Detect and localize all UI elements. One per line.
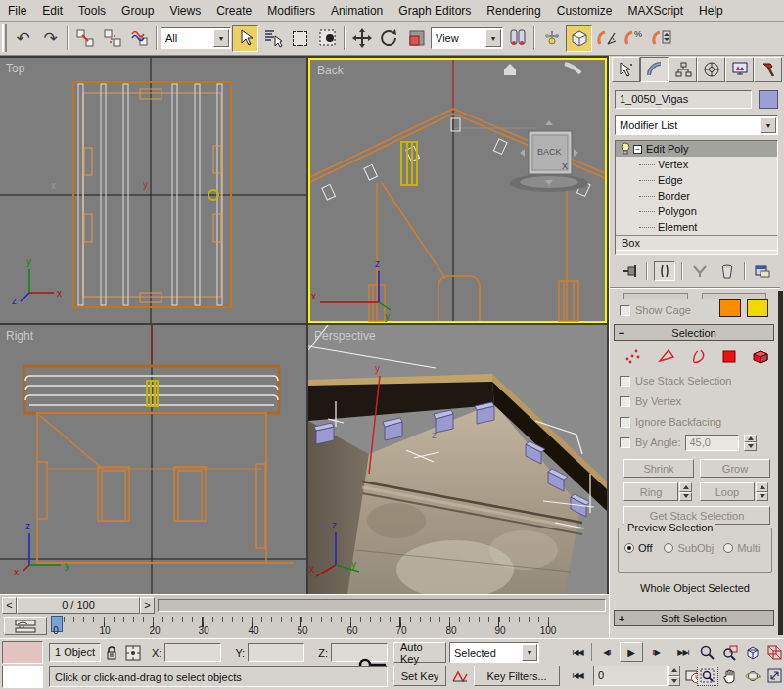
- viewcube-face-label[interactable]: BACK: [537, 147, 562, 157]
- go-to-end-button[interactable]: ▶▶I: [671, 642, 695, 662]
- remove-modifier-button[interactable]: [716, 261, 738, 281]
- select-object-button[interactable]: [232, 25, 258, 52]
- previous-frame-button[interactable]: ◀II: [595, 642, 619, 662]
- time-slider-prev-button[interactable]: <: [2, 597, 17, 614]
- cage-color-swatch-2[interactable]: [747, 299, 768, 317]
- viewport-right[interactable]: Right: [0, 325, 306, 594]
- frame-spinner[interactable]: [668, 666, 680, 686]
- tab-hierarchy[interactable]: [669, 57, 697, 82]
- element-mode-button[interactable]: [751, 347, 770, 365]
- current-frame-field[interactable]: 0: [593, 666, 668, 686]
- loop-button[interactable]: Loop: [700, 482, 755, 501]
- lightbulb-icon[interactable]: [620, 142, 631, 156]
- angle-snap-toggle-button[interactable]: [593, 25, 620, 52]
- viewport-back-active[interactable]: Back: [308, 58, 607, 323]
- preview-off-radio[interactable]: [624, 543, 634, 553]
- polygon-mode-button[interactable]: [720, 347, 738, 365]
- stack-item-box[interactable]: Box: [616, 235, 777, 251]
- menu-help[interactable]: Help: [691, 1, 731, 21]
- undo-button[interactable]: ↶: [10, 25, 36, 52]
- select-and-move-button[interactable]: [348, 25, 375, 52]
- use-pivot-point-center-button[interactable]: [504, 25, 530, 52]
- vertex-mode-button[interactable]: [623, 347, 643, 365]
- selection-rollout-header[interactable]: − Selection: [614, 324, 774, 341]
- zoom-all-button[interactable]: [719, 642, 741, 663]
- redo-button[interactable]: ↷: [37, 25, 64, 52]
- select-and-link-button[interactable]: [71, 25, 98, 52]
- tab-display[interactable]: [725, 57, 754, 82]
- y-coordinate-field[interactable]: [248, 643, 304, 662]
- region-zoom-button[interactable]: [697, 666, 718, 686]
- stack-item-border[interactable]: Border: [616, 188, 777, 204]
- viewport-back-label[interactable]: Back: [317, 64, 344, 77]
- by-angle-spinner[interactable]: [744, 435, 757, 451]
- viewport-top[interactable]: Top x y y x: [0, 58, 306, 323]
- percent-snap-toggle-button[interactable]: %: [621, 25, 647, 52]
- stack-item-element[interactable]: Element: [616, 219, 777, 235]
- menu-create[interactable]: Create: [208, 1, 259, 21]
- ring-spinner[interactable]: [679, 482, 692, 501]
- time-slider-next-button[interactable]: >: [140, 597, 155, 614]
- spinner-snap-toggle-button[interactable]: [648, 25, 674, 52]
- go-to-start-button[interactable]: I◀◀: [566, 642, 589, 662]
- border-mode-button[interactable]: [689, 347, 707, 365]
- snap-toggle-button[interactable]: [566, 25, 592, 52]
- tab-motion[interactable]: [697, 57, 725, 82]
- zoom-extents-all-button[interactable]: [764, 642, 784, 663]
- unlink-selection-button[interactable]: [99, 25, 125, 52]
- key-filters-button[interactable]: Key Filters...: [474, 666, 560, 686]
- menu-modifiers[interactable]: Modifiers: [259, 1, 323, 21]
- viewcube-home-icon[interactable]: [504, 64, 516, 75]
- next-frame-button[interactable]: II▶: [644, 642, 668, 662]
- use-stack-selection-checkbox[interactable]: [620, 376, 630, 387]
- pin-stack-button[interactable]: [619, 261, 640, 281]
- menu-graph-editors[interactable]: Graph Editors: [391, 1, 479, 21]
- grow-button[interactable]: Grow: [700, 459, 770, 478]
- perspective-viewport-canvas[interactable]: y z z x y: [308, 325, 607, 594]
- bind-to-space-warp-button[interactable]: [126, 25, 153, 52]
- set-key-button[interactable]: Set Key: [393, 666, 446, 686]
- menu-edit[interactable]: Edit: [34, 1, 70, 21]
- maxscript-listener-white[interactable]: [2, 666, 43, 688]
- maximize-viewport-toggle-button[interactable]: [764, 666, 784, 686]
- toolbar-drag-handle[interactable]: [2, 24, 7, 52]
- zoom-button[interactable]: [697, 642, 718, 663]
- rollout-scrollbar[interactable]: [778, 291, 783, 635]
- make-unique-button[interactable]: [689, 261, 711, 281]
- modifier-list-dropdown[interactable]: Modifier List ▼: [615, 115, 778, 135]
- absolute-offset-toggle[interactable]: [122, 642, 144, 663]
- x-coordinate-field[interactable]: [164, 643, 221, 662]
- menu-customize[interactable]: Customize: [549, 1, 621, 21]
- ring-button[interactable]: Ring: [623, 482, 678, 501]
- tab-create[interactable]: [612, 57, 640, 82]
- window-crossing-toggle-button[interactable]: [314, 25, 341, 52]
- by-angle-checkbox[interactable]: [620, 437, 630, 448]
- tab-utilities[interactable]: [754, 57, 782, 82]
- key-filter-dropdown[interactable]: Selected ▼: [449, 642, 539, 663]
- stack-item-edge[interactable]: Edge: [616, 172, 777, 188]
- top-viewport-canvas[interactable]: x y y x z: [0, 58, 306, 323]
- pan-button[interactable]: [719, 666, 741, 686]
- reference-coordinate-system-dropdown[interactable]: View ▼: [431, 27, 503, 49]
- maxscript-listener-pink[interactable]: [2, 641, 43, 664]
- menu-group[interactable]: Group: [114, 1, 161, 21]
- stack-item-polygon[interactable]: Polygon: [616, 204, 777, 219]
- select-and-rotate-button[interactable]: [376, 25, 402, 52]
- select-by-name-button[interactable]: [259, 25, 286, 52]
- object-name-field[interactable]: 1_0050_Vigas: [615, 90, 752, 109]
- zoom-extents-button[interactable]: [742, 642, 763, 663]
- menu-rendering[interactable]: Rendering: [479, 1, 548, 21]
- tab-modify[interactable]: [640, 57, 669, 82]
- shrink-button[interactable]: Shrink: [623, 459, 694, 478]
- back-viewport-canvas[interactable]: BACK X z x y: [308, 58, 607, 323]
- new-key-default-in-out-button[interactable]: [449, 666, 471, 686]
- menu-file[interactable]: File: [0, 1, 34, 21]
- selection-filter-dropdown[interactable]: All ▼: [161, 27, 231, 49]
- loop-spinner[interactable]: [756, 482, 768, 501]
- ignore-backfacing-checkbox[interactable]: [620, 417, 630, 428]
- edge-mode-button[interactable]: [657, 347, 676, 365]
- object-color-swatch[interactable]: [759, 90, 778, 109]
- viewport-right-label[interactable]: Right: [6, 329, 33, 343]
- track-bar[interactable]: 0 10 20 30 40 50 60 70 80 90 100: [0, 615, 609, 638]
- menu-tools[interactable]: Tools: [70, 1, 114, 21]
